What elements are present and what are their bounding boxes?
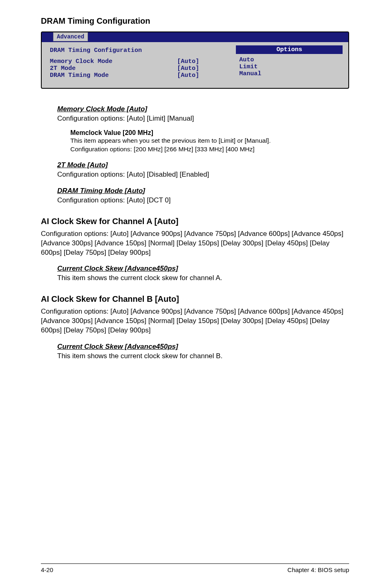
bios-setting-value: [Auto]: [177, 72, 226, 79]
setting-desc: This item shows the current clock skew f…: [57, 274, 349, 283]
bios-tab-row: Advanced: [42, 32, 348, 42]
bios-setting-label: 2T Mode: [50, 65, 177, 72]
subsection-heading: AI Clock Skew for Channel B [Auto]: [41, 294, 349, 304]
page-footer: 4-20 Chapter 4: BIOS setup: [41, 563, 349, 573]
bios-setting-value: [Auto]: [177, 65, 226, 72]
setting-title: DRAM Timing Mode [Auto]: [57, 187, 349, 195]
bios-options-panel: Options Auto Limit Manual: [236, 45, 343, 80]
bios-setting-label: Memory Clock Mode: [50, 58, 177, 65]
subsection-body: Configuration options: [Auto] [Advance 9…: [41, 229, 349, 258]
subsection-heading: AI Clock Skew for Channel A [Auto]: [41, 217, 349, 226]
bios-setting-label: DRAM Timing Mode: [50, 72, 177, 79]
bios-options-header: Options: [236, 45, 343, 54]
bios-tab-advanced[interactable]: Advanced: [53, 32, 88, 41]
bios-panel-title: DRAM Timing Configuration: [47, 45, 229, 58]
chapter-label: Chapter 4: BIOS setup: [287, 566, 349, 573]
bios-option[interactable]: Manual: [239, 70, 339, 77]
bios-option[interactable]: Auto: [239, 56, 339, 63]
setting-desc: Configuration options: [Auto] [DCT 0]: [57, 196, 349, 205]
setting-title: 2T Mode [Auto]: [57, 161, 349, 169]
setting-title: Current Clock Skew [Advance450ps]: [57, 265, 349, 273]
setting-title: Current Clock Skew [Advance450ps]: [57, 343, 349, 351]
subsetting-line: This item appears when you set the previ…: [70, 137, 349, 145]
page-number: 4-20: [41, 566, 53, 573]
bios-setting-row[interactable]: 2T Mode [Auto]: [50, 65, 226, 72]
bios-option[interactable]: Limit: [239, 63, 339, 70]
setting-desc: This item shows the current clock skew f…: [57, 352, 349, 361]
setting-desc: Configuration options: [Auto] [Disabled]…: [57, 170, 349, 180]
bios-main-panel: DRAM Timing Configuration Memory Clock M…: [47, 45, 229, 80]
setting-title: Memory Clock Mode [Auto]: [57, 105, 349, 113]
bios-setting-row[interactable]: DRAM Timing Mode [Auto]: [50, 72, 226, 79]
bios-setting-value: [Auto]: [177, 58, 226, 65]
bios-panel: Advanced DRAM Timing Configuration Memor…: [41, 31, 349, 89]
section-heading: DRAM Timing Configuration: [41, 16, 349, 26]
subsetting-line: Configuration options: [200 MHz] [266 MH…: [70, 145, 349, 154]
subsetting-title: Memclock Value [200 MHz]: [70, 129, 349, 137]
bios-setting-row[interactable]: Memory Clock Mode [Auto]: [50, 58, 226, 65]
setting-desc: Configuration options: [Auto] [Limit] [M…: [57, 114, 349, 123]
subsection-body: Configuration options: [Auto] [Advance 9…: [41, 307, 349, 335]
